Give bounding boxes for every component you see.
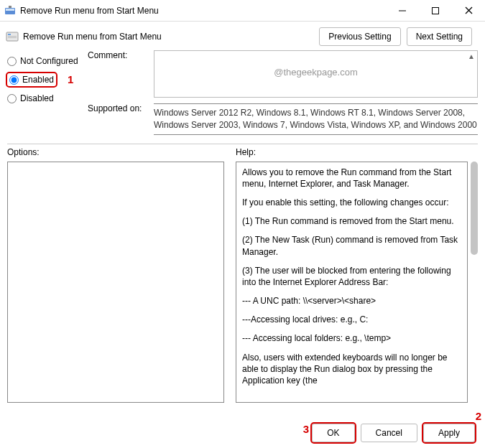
supported-row: Supported on: Windows Server 2012 R2, Wi…: [88, 103, 478, 135]
help-p3: (1) The Run command is removed from the …: [242, 215, 461, 227]
help-text: Allows you to remove the Run command fro…: [236, 162, 468, 403]
help-wrap: Allows you to remove the Run command fro…: [236, 162, 478, 403]
comment-row: Comment: @thegeekpage.com ▲: [88, 50, 478, 98]
help-p6: --- A UNC path: \\<server>\<share>: [242, 295, 461, 307]
state-radio-group: Not Configured Enabled 1 Disabled: [7, 50, 88, 135]
policy-icon: [6, 30, 19, 43]
svg-rect-2: [9, 6, 11, 8]
radio-not-configured-label: Not Configured: [20, 56, 78, 66]
help-label: Help:: [236, 147, 478, 157]
window-controls: [386, 0, 485, 22]
policy-title: Remove Run menu from Start Menu: [23, 32, 162, 42]
supported-label: Supported on:: [88, 103, 154, 135]
scroll-up-icon[interactable]: ▲: [468, 52, 475, 60]
nav-buttons: Previous Setting Next Setting: [319, 27, 479, 46]
comment-label: Comment:: [88, 50, 154, 98]
close-button[interactable]: [452, 0, 485, 22]
comment-textarea[interactable]: @thegeekpage.com ▲: [154, 50, 478, 98]
svg-rect-8: [8, 34, 11, 35]
footer-buttons: OK Cancel Apply: [312, 424, 475, 442]
radio-not-configured-input[interactable]: [7, 57, 17, 66]
upper-section: Not Configured Enabled 1 Disabled Commen…: [0, 50, 485, 142]
minimize-button[interactable]: [386, 0, 419, 22]
policy-header: Remove Run menu from Start Menu Previous…: [0, 22, 485, 50]
radio-enabled-label: Enabled: [22, 75, 54, 85]
options-column: Options:: [7, 147, 224, 403]
help-p5: (3) The user will be blocked from enteri…: [242, 265, 461, 288]
help-column: Help: Allows you to remove the Run comma…: [236, 147, 478, 403]
radio-enabled-input[interactable]: [9, 75, 19, 85]
radio-disabled-input[interactable]: [7, 94, 17, 103]
comment-watermark: @thegeekpage.com: [274, 67, 358, 78]
app-icon: [4, 5, 16, 17]
help-p4: (2) The New Task (Run) command is remove…: [242, 234, 461, 257]
annotation-3: 3: [303, 423, 309, 435]
ok-button[interactable]: OK: [312, 424, 354, 442]
help-p7: ---Accessing local drives: e.g., C:: [242, 314, 461, 325]
window-title: Remove Run menu from Start Menu: [20, 6, 159, 16]
titlebar: Remove Run menu from Start Menu: [0, 0, 485, 22]
options-box: [7, 162, 224, 403]
help-p1: Allows you to remove the Run command fro…: [242, 167, 461, 190]
maximize-button[interactable]: [419, 0, 452, 22]
radio-not-configured[interactable]: Not Configured: [7, 56, 88, 66]
annotation-2: 2: [476, 410, 481, 422]
apply-button[interactable]: Apply: [423, 424, 475, 442]
help-p2: If you enable this setting, the followin…: [242, 197, 461, 208]
help-scrollbar[interactable]: [471, 162, 478, 255]
annotation-1: 1: [68, 73, 73, 85]
radio-enabled[interactable]: Enabled 1: [7, 73, 88, 86]
help-p9: Also, users with extended keyboards will…: [242, 352, 461, 387]
meta-column: Comment: @thegeekpage.com ▲ Supported on…: [88, 50, 478, 135]
radio-disabled-label: Disabled: [20, 93, 54, 103]
lower-section: Options: Help: Allows you to remove the …: [0, 144, 485, 403]
svg-rect-10: [8, 37, 17, 38]
help-p8: --- Accessing local folders: e.g., \temp…: [242, 332, 461, 344]
radio-disabled[interactable]: Disabled: [7, 93, 88, 103]
cancel-button[interactable]: Cancel: [361, 424, 417, 442]
svg-rect-1: [6, 9, 14, 11]
supported-text: Windows Server 2012 R2, Windows 8.1, Win…: [154, 103, 478, 135]
svg-rect-4: [433, 7, 439, 14]
previous-setting-button[interactable]: Previous Setting: [319, 27, 400, 46]
options-label: Options:: [7, 147, 224, 157]
next-setting-button[interactable]: Next Setting: [407, 27, 472, 46]
svg-rect-9: [8, 36, 17, 37]
